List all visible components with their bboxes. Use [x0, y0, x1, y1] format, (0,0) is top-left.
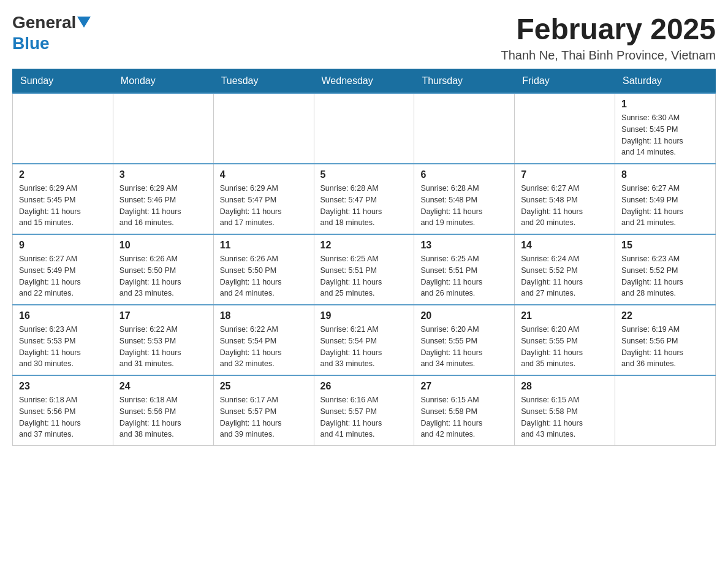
day-number: 5	[320, 169, 408, 180]
day-number: 7	[521, 169, 609, 180]
day-info: Sunrise: 6:22 AMSunset: 5:54 PMDaylight:…	[220, 324, 308, 370]
day-number: 1	[621, 99, 709, 110]
day-info: Sunrise: 6:18 AMSunset: 5:56 PMDaylight:…	[19, 394, 107, 440]
calendar-cell: 20Sunrise: 6:20 AMSunset: 5:55 PMDayligh…	[414, 305, 515, 375]
day-info: Sunrise: 6:24 AMSunset: 5:52 PMDaylight:…	[521, 253, 609, 299]
day-number: 16	[19, 310, 107, 321]
days-of-week-row: SundayMondayTuesdayWednesdayThursdayFrid…	[13, 69, 716, 94]
week-row-3: 9Sunrise: 6:27 AMSunset: 5:49 PMDaylight…	[13, 234, 716, 305]
calendar-cell: 28Sunrise: 6:15 AMSunset: 5:58 PMDayligh…	[515, 375, 615, 446]
day-number: 20	[420, 310, 508, 321]
day-info: Sunrise: 6:27 AMSunset: 5:48 PMDaylight:…	[521, 183, 609, 229]
day-info: Sunrise: 6:25 AMSunset: 5:51 PMDaylight:…	[320, 253, 408, 299]
day-number: 13	[420, 240, 508, 251]
calendar-cell: 5Sunrise: 6:28 AMSunset: 5:47 PMDaylight…	[314, 164, 414, 234]
day-info: Sunrise: 6:20 AMSunset: 5:55 PMDaylight:…	[420, 324, 508, 370]
logo: General Blue	[12, 12, 91, 53]
day-header-sunday: Sunday	[13, 69, 113, 94]
calendar-cell: 12Sunrise: 6:25 AMSunset: 5:51 PMDayligh…	[314, 234, 414, 305]
day-header-wednesday: Wednesday	[314, 69, 414, 94]
day-info: Sunrise: 6:28 AMSunset: 5:48 PMDaylight:…	[420, 183, 508, 229]
calendar-cell: 22Sunrise: 6:19 AMSunset: 5:56 PMDayligh…	[615, 305, 716, 375]
logo-arrow-icon	[77, 17, 91, 30]
day-number: 11	[220, 240, 308, 251]
title-section: February 2025 Thanh Ne, Thai Binh Provin…	[501, 12, 716, 63]
calendar-cell: 3Sunrise: 6:29 AMSunset: 5:46 PMDaylight…	[113, 164, 213, 234]
day-info: Sunrise: 6:23 AMSunset: 5:52 PMDaylight:…	[621, 253, 709, 299]
day-number: 9	[19, 240, 107, 251]
day-info: Sunrise: 6:26 AMSunset: 5:50 PMDaylight:…	[220, 253, 308, 299]
calendar-cell	[113, 93, 213, 164]
main-title: February 2025	[501, 12, 716, 46]
calendar-cell: 19Sunrise: 6:21 AMSunset: 5:54 PMDayligh…	[314, 305, 414, 375]
day-number: 22	[621, 310, 709, 321]
day-number: 2	[19, 169, 107, 180]
day-info: Sunrise: 6:15 AMSunset: 5:58 PMDaylight:…	[521, 394, 609, 440]
day-info: Sunrise: 6:28 AMSunset: 5:47 PMDaylight:…	[320, 183, 408, 229]
calendar-cell: 16Sunrise: 6:23 AMSunset: 5:53 PMDayligh…	[13, 305, 113, 375]
calendar-cell: 9Sunrise: 6:27 AMSunset: 5:49 PMDaylight…	[13, 234, 113, 305]
week-row-1: 1Sunrise: 6:30 AMSunset: 5:45 PMDaylight…	[13, 93, 716, 164]
calendar-cell: 14Sunrise: 6:24 AMSunset: 5:52 PMDayligh…	[515, 234, 615, 305]
calendar-body: 1Sunrise: 6:30 AMSunset: 5:45 PMDaylight…	[13, 93, 716, 446]
day-info: Sunrise: 6:21 AMSunset: 5:54 PMDaylight:…	[320, 324, 408, 370]
calendar-header: SundayMondayTuesdayWednesdayThursdayFrid…	[13, 69, 716, 94]
day-number: 27	[420, 381, 508, 392]
calendar-cell: 17Sunrise: 6:22 AMSunset: 5:53 PMDayligh…	[113, 305, 213, 375]
day-info: Sunrise: 6:27 AMSunset: 5:49 PMDaylight:…	[621, 183, 709, 229]
calendar-cell: 24Sunrise: 6:18 AMSunset: 5:56 PMDayligh…	[113, 375, 213, 446]
week-row-4: 16Sunrise: 6:23 AMSunset: 5:53 PMDayligh…	[13, 305, 716, 375]
day-number: 18	[220, 310, 308, 321]
day-number: 15	[621, 240, 709, 251]
calendar-cell	[13, 93, 113, 164]
day-info: Sunrise: 6:26 AMSunset: 5:50 PMDaylight:…	[119, 253, 207, 299]
calendar-cell: 4Sunrise: 6:29 AMSunset: 5:47 PMDaylight…	[213, 164, 314, 234]
day-info: Sunrise: 6:30 AMSunset: 5:45 PMDaylight:…	[621, 112, 709, 158]
svg-marker-0	[77, 17, 91, 28]
day-info: Sunrise: 6:27 AMSunset: 5:49 PMDaylight:…	[19, 253, 107, 299]
week-row-2: 2Sunrise: 6:29 AMSunset: 5:45 PMDaylight…	[13, 164, 716, 234]
calendar-cell: 27Sunrise: 6:15 AMSunset: 5:58 PMDayligh…	[414, 375, 515, 446]
calendar-cell	[615, 375, 716, 446]
day-header-saturday: Saturday	[615, 69, 716, 94]
day-number: 10	[119, 240, 207, 251]
day-info: Sunrise: 6:18 AMSunset: 5:56 PMDaylight:…	[119, 394, 207, 440]
day-number: 8	[621, 169, 709, 180]
calendar-cell: 15Sunrise: 6:23 AMSunset: 5:52 PMDayligh…	[615, 234, 716, 305]
calendar-cell: 21Sunrise: 6:20 AMSunset: 5:55 PMDayligh…	[515, 305, 615, 375]
day-info: Sunrise: 6:29 AMSunset: 5:45 PMDaylight:…	[19, 183, 107, 229]
logo-blue-text: Blue	[12, 34, 50, 53]
calendar-cell	[414, 93, 515, 164]
day-info: Sunrise: 6:29 AMSunset: 5:46 PMDaylight:…	[119, 183, 207, 229]
day-info: Sunrise: 6:19 AMSunset: 5:56 PMDaylight:…	[621, 324, 709, 370]
day-number: 25	[220, 381, 308, 392]
calendar-cell: 13Sunrise: 6:25 AMSunset: 5:51 PMDayligh…	[414, 234, 515, 305]
page-header: General Blue February 2025 Thanh Ne, Tha…	[12, 12, 716, 63]
calendar-cell: 7Sunrise: 6:27 AMSunset: 5:48 PMDaylight…	[515, 164, 615, 234]
calendar-cell: 23Sunrise: 6:18 AMSunset: 5:56 PMDayligh…	[13, 375, 113, 446]
day-header-thursday: Thursday	[414, 69, 515, 94]
calendar-table: SundayMondayTuesdayWednesdayThursdayFrid…	[12, 69, 716, 446]
day-number: 23	[19, 381, 107, 392]
calendar-cell: 10Sunrise: 6:26 AMSunset: 5:50 PMDayligh…	[113, 234, 213, 305]
calendar-cell: 11Sunrise: 6:26 AMSunset: 5:50 PMDayligh…	[213, 234, 314, 305]
day-header-monday: Monday	[113, 69, 213, 94]
calendar-cell: 25Sunrise: 6:17 AMSunset: 5:57 PMDayligh…	[213, 375, 314, 446]
day-header-tuesday: Tuesday	[213, 69, 314, 94]
calendar-cell: 2Sunrise: 6:29 AMSunset: 5:45 PMDaylight…	[13, 164, 113, 234]
day-info: Sunrise: 6:22 AMSunset: 5:53 PMDaylight:…	[119, 324, 207, 370]
day-number: 3	[119, 169, 207, 180]
calendar-cell: 26Sunrise: 6:16 AMSunset: 5:57 PMDayligh…	[314, 375, 414, 446]
day-number: 21	[521, 310, 609, 321]
day-number: 14	[521, 240, 609, 251]
day-number: 26	[320, 381, 408, 392]
day-info: Sunrise: 6:23 AMSunset: 5:53 PMDaylight:…	[19, 324, 107, 370]
calendar-cell	[213, 93, 314, 164]
week-row-5: 23Sunrise: 6:18 AMSunset: 5:56 PMDayligh…	[13, 375, 716, 446]
subtitle: Thanh Ne, Thai Binh Province, Vietnam	[501, 48, 716, 63]
day-number: 6	[420, 169, 508, 180]
day-info: Sunrise: 6:15 AMSunset: 5:58 PMDaylight:…	[420, 394, 508, 440]
calendar-cell: 1Sunrise: 6:30 AMSunset: 5:45 PMDaylight…	[615, 93, 716, 164]
calendar-cell	[515, 93, 615, 164]
day-number: 17	[119, 310, 207, 321]
